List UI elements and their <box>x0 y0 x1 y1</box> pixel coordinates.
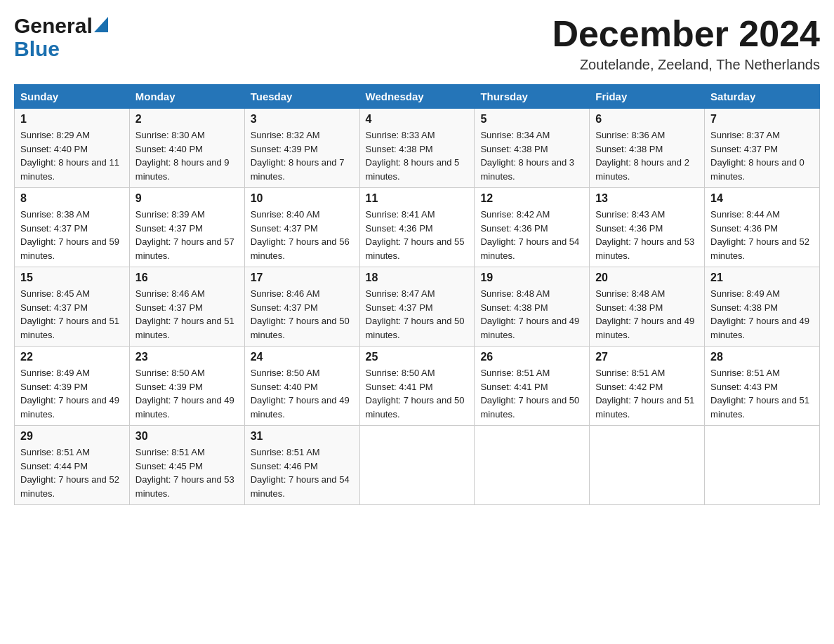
day-info: Sunrise: 8:40 AM Sunset: 4:37 PM Dayligh… <box>251 208 354 262</box>
calendar-cell: 17 Sunrise: 8:46 AM Sunset: 4:37 PM Dayl… <box>244 267 359 347</box>
day-number: 14 <box>710 192 814 205</box>
day-number: 20 <box>595 271 699 284</box>
calendar-cell <box>475 426 590 505</box>
day-info: Sunrise: 8:49 AM Sunset: 4:39 PM Dayligh… <box>20 366 124 421</box>
calendar-cell: 27 Sunrise: 8:51 AM Sunset: 4:42 PM Dayl… <box>590 347 705 426</box>
title-area: December 2024 Zoutelande, Zeeland, The N… <box>552 14 820 73</box>
day-number: 21 <box>710 271 814 284</box>
calendar-cell: 29 Sunrise: 8:51 AM Sunset: 4:44 PM Dayl… <box>15 426 130 505</box>
calendar-body: 1 Sunrise: 8:29 AM Sunset: 4:40 PM Dayli… <box>15 109 820 505</box>
day-info: Sunrise: 8:44 AM Sunset: 4:36 PM Dayligh… <box>710 208 814 262</box>
calendar-cell: 14 Sunrise: 8:44 AM Sunset: 4:36 PM Dayl… <box>705 188 820 267</box>
day-number: 9 <box>135 192 239 205</box>
calendar-cell: 1 Sunrise: 8:29 AM Sunset: 4:40 PM Dayli… <box>15 109 130 188</box>
day-info: Sunrise: 8:30 AM Sunset: 4:40 PM Dayligh… <box>135 128 239 183</box>
calendar-cell: 9 Sunrise: 8:39 AM Sunset: 4:37 PM Dayli… <box>129 188 244 267</box>
day-number: 17 <box>251 271 354 284</box>
day-info: Sunrise: 8:38 AM Sunset: 4:37 PM Dayligh… <box>20 208 124 262</box>
page-header: General Blue December 2024 Zoutelande, Z… <box>14 14 820 73</box>
day-number: 3 <box>251 113 354 126</box>
calendar-col-header-tuesday: Tuesday <box>244 85 359 109</box>
svg-marker-0 <box>94 17 108 32</box>
calendar-week-row: 15 Sunrise: 8:45 AM Sunset: 4:37 PM Dayl… <box>15 267 820 347</box>
calendar-week-row: 1 Sunrise: 8:29 AM Sunset: 4:40 PM Dayli… <box>15 109 820 188</box>
day-number: 18 <box>366 271 469 284</box>
calendar-cell: 11 Sunrise: 8:41 AM Sunset: 4:36 PM Dayl… <box>359 188 475 267</box>
day-number: 16 <box>135 271 239 284</box>
day-info: Sunrise: 8:48 AM Sunset: 4:38 PM Dayligh… <box>480 287 583 342</box>
calendar-cell: 30 Sunrise: 8:51 AM Sunset: 4:45 PM Dayl… <box>129 426 244 505</box>
calendar-cell: 12 Sunrise: 8:42 AM Sunset: 4:36 PM Dayl… <box>475 188 590 267</box>
day-number: 31 <box>251 430 354 443</box>
day-info: Sunrise: 8:43 AM Sunset: 4:36 PM Dayligh… <box>595 208 699 262</box>
calendar-col-header-wednesday: Wednesday <box>359 85 475 109</box>
calendar-week-row: 8 Sunrise: 8:38 AM Sunset: 4:37 PM Dayli… <box>15 188 820 267</box>
day-number: 4 <box>366 113 469 126</box>
calendar-week-row: 22 Sunrise: 8:49 AM Sunset: 4:39 PM Dayl… <box>15 347 820 426</box>
calendar-cell: 26 Sunrise: 8:51 AM Sunset: 4:41 PM Dayl… <box>475 347 590 426</box>
day-number: 22 <box>20 351 124 363</box>
calendar-col-header-monday: Monday <box>129 85 244 109</box>
day-info: Sunrise: 8:37 AM Sunset: 4:37 PM Dayligh… <box>710 128 814 183</box>
day-info: Sunrise: 8:49 AM Sunset: 4:38 PM Dayligh… <box>710 287 814 342</box>
day-info: Sunrise: 8:51 AM Sunset: 4:41 PM Dayligh… <box>480 366 583 421</box>
day-info: Sunrise: 8:51 AM Sunset: 4:44 PM Dayligh… <box>20 445 124 500</box>
day-number: 15 <box>20 271 124 284</box>
logo: General Blue <box>14 14 108 60</box>
calendar-cell <box>590 426 705 505</box>
day-number: 5 <box>480 113 583 126</box>
day-info: Sunrise: 8:46 AM Sunset: 4:37 PM Dayligh… <box>251 287 354 342</box>
month-title: December 2024 <box>552 14 820 54</box>
day-number: 26 <box>480 351 583 363</box>
calendar-cell: 22 Sunrise: 8:49 AM Sunset: 4:39 PM Dayl… <box>15 347 130 426</box>
day-info: Sunrise: 8:46 AM Sunset: 4:37 PM Dayligh… <box>135 287 239 342</box>
calendar-cell: 25 Sunrise: 8:50 AM Sunset: 4:41 PM Dayl… <box>359 347 475 426</box>
calendar-cell: 7 Sunrise: 8:37 AM Sunset: 4:37 PM Dayli… <box>705 109 820 188</box>
day-info: Sunrise: 8:51 AM Sunset: 4:45 PM Dayligh… <box>135 445 239 500</box>
calendar-cell: 2 Sunrise: 8:30 AM Sunset: 4:40 PM Dayli… <box>129 109 244 188</box>
calendar-cell: 13 Sunrise: 8:43 AM Sunset: 4:36 PM Dayl… <box>590 188 705 267</box>
day-number: 12 <box>480 192 583 205</box>
calendar-cell: 28 Sunrise: 8:51 AM Sunset: 4:43 PM Dayl… <box>705 347 820 426</box>
calendar-cell: 10 Sunrise: 8:40 AM Sunset: 4:37 PM Dayl… <box>244 188 359 267</box>
calendar-cell <box>705 426 820 505</box>
calendar-cell: 19 Sunrise: 8:48 AM Sunset: 4:38 PM Dayl… <box>475 267 590 347</box>
calendar-col-header-sunday: Sunday <box>15 85 130 109</box>
day-info: Sunrise: 8:45 AM Sunset: 4:37 PM Dayligh… <box>20 287 124 342</box>
day-number: 19 <box>480 271 583 284</box>
logo-blue: Blue <box>14 37 60 60</box>
calendar-cell: 21 Sunrise: 8:49 AM Sunset: 4:38 PM Dayl… <box>705 267 820 347</box>
day-info: Sunrise: 8:51 AM Sunset: 4:46 PM Dayligh… <box>251 445 354 500</box>
day-number: 7 <box>710 113 814 126</box>
day-number: 25 <box>366 351 469 363</box>
calendar-cell: 5 Sunrise: 8:34 AM Sunset: 4:38 PM Dayli… <box>475 109 590 188</box>
calendar-cell: 31 Sunrise: 8:51 AM Sunset: 4:46 PM Dayl… <box>244 426 359 505</box>
calendar-cell: 18 Sunrise: 8:47 AM Sunset: 4:37 PM Dayl… <box>359 267 475 347</box>
day-info: Sunrise: 8:39 AM Sunset: 4:37 PM Dayligh… <box>135 208 239 262</box>
calendar-header-row: SundayMondayTuesdayWednesdayThursdayFrid… <box>15 85 820 109</box>
day-number: 2 <box>135 113 239 126</box>
day-number: 10 <box>251 192 354 205</box>
day-info: Sunrise: 8:41 AM Sunset: 4:36 PM Dayligh… <box>366 208 469 262</box>
day-number: 8 <box>20 192 124 205</box>
day-info: Sunrise: 8:50 AM Sunset: 4:40 PM Dayligh… <box>251 366 354 421</box>
day-number: 30 <box>135 430 239 443</box>
logo-arrow-icon <box>94 17 108 35</box>
day-number: 1 <box>20 113 124 126</box>
day-info: Sunrise: 8:34 AM Sunset: 4:38 PM Dayligh… <box>480 128 583 183</box>
day-number: 23 <box>135 351 239 363</box>
calendar-cell: 20 Sunrise: 8:48 AM Sunset: 4:38 PM Dayl… <box>590 267 705 347</box>
day-number: 27 <box>595 351 699 363</box>
day-number: 11 <box>366 192 469 205</box>
calendar-col-header-friday: Friday <box>590 85 705 109</box>
logo-general: General <box>14 14 93 37</box>
calendar-cell: 24 Sunrise: 8:50 AM Sunset: 4:40 PM Dayl… <box>244 347 359 426</box>
day-info: Sunrise: 8:47 AM Sunset: 4:37 PM Dayligh… <box>366 287 469 342</box>
day-number: 24 <box>251 351 354 363</box>
calendar-cell: 15 Sunrise: 8:45 AM Sunset: 4:37 PM Dayl… <box>15 267 130 347</box>
calendar-cell: 16 Sunrise: 8:46 AM Sunset: 4:37 PM Dayl… <box>129 267 244 347</box>
calendar-cell <box>359 426 475 505</box>
day-number: 29 <box>20 430 124 443</box>
day-info: Sunrise: 8:42 AM Sunset: 4:36 PM Dayligh… <box>480 208 583 262</box>
day-info: Sunrise: 8:48 AM Sunset: 4:38 PM Dayligh… <box>595 287 699 342</box>
